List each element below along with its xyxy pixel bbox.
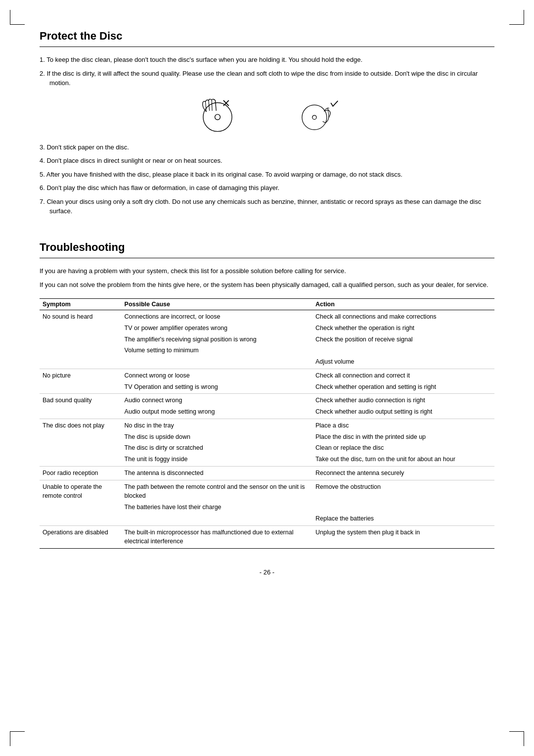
table-row: The disc does not playNo disc in the tra… [40, 419, 494, 431]
action-cell: Check all connection and correct it [312, 369, 494, 381]
protect-disc-divider [40, 47, 494, 47]
protect-item-1: 1. To keep the disc clean, please don't … [40, 55, 494, 65]
action-cell: Clean or replace the disc [312, 442, 494, 454]
symptom-cell: Unable to operate the remote control [40, 480, 122, 525]
cause-cell: Audio output mode setting wrong [122, 406, 312, 419]
cause-cell: TV Operation and setting is wrong [122, 381, 312, 394]
corner-mark-br [509, 731, 524, 746]
cause-cell: The path between the remote control and … [122, 480, 312, 502]
symptom-cell: Bad sound quality [40, 394, 122, 419]
action-cell [312, 502, 494, 513]
header-cause: Possible Cause [122, 299, 312, 310]
symptom-cell: The disc does not play [40, 419, 122, 466]
action-cell: Unplug the system then plug it back in [312, 525, 494, 549]
action-cell: Check all connections and make correctio… [312, 310, 494, 323]
svg-point-8 [312, 115, 316, 119]
corner-mark-tl [10, 10, 25, 25]
table-row: Poor radio receptionThe antenna is disco… [40, 466, 494, 480]
action-cell: Adjust volume [312, 356, 494, 369]
troubleshooting-title: Troubleshooting [40, 241, 494, 254]
disc-image-1 [193, 98, 242, 133]
troubleshooting-intro2: If you can not solve the problem from th… [40, 280, 494, 290]
troubleshooting-intro1: If you are having a problem with your sy… [40, 266, 494, 277]
page-container: Protect the Disc 1. To keep the disc cle… [0, 0, 534, 756]
cause-cell: Connect wrong or loose [122, 369, 312, 381]
table-row: Unable to operate the remote controlThe … [40, 480, 494, 502]
action-cell: Check whether the operation is right [312, 323, 494, 334]
action-cell: Reconnect the antenna securely [312, 466, 494, 480]
symptom-cell: Poor radio reception [40, 466, 122, 480]
cause-cell: TV or power amplifier operates wrong [122, 323, 312, 334]
action-cell: Remove the obstruction [312, 480, 494, 502]
troubleshooting-section: Troubleshooting If you are having a prob… [40, 241, 494, 549]
protect-disc-list-2: 3. Don't stick paper on the disc. 4. Don… [40, 142, 494, 216]
action-cell: Check whether audio output setting is ri… [312, 406, 494, 419]
protect-item-7: 7. Clean your discs using only a soft dr… [40, 197, 494, 216]
cause-cell: No disc in the tray [122, 419, 312, 431]
cause-cell: The antenna is disconnected [122, 466, 312, 480]
cause-cell: The batteries have lost their charge [122, 502, 312, 513]
symptom-cell: No picture [40, 369, 122, 394]
protect-item-2: 2. If the disc is dirty, it will affect … [40, 69, 494, 88]
action-cell: Place a disc [312, 419, 494, 431]
header-action: Action [312, 299, 494, 310]
cause-cell: The built-in microprocessor has malfunct… [122, 525, 312, 549]
cause-cell [122, 513, 312, 525]
protect-item-3: 3. Don't stick paper on the disc. [40, 142, 494, 152]
symptom-cell: Operations are disabled [40, 525, 122, 549]
cause-cell: The unit is foggy inside [122, 454, 312, 466]
protect-item-4: 4. Don't place discs in direct sunlight … [40, 156, 494, 166]
action-cell: Take out the disc, turn on the unit for … [312, 454, 494, 466]
table-row: No pictureConnect wrong or looseCheck al… [40, 369, 494, 381]
cause-cell: Audio connect wrong [122, 394, 312, 406]
disc-images-container [40, 98, 494, 133]
protect-disc-section: Protect the Disc 1. To keep the disc cle… [40, 30, 494, 216]
corner-mark-bl [10, 731, 25, 746]
action-cell: Place the disc in with the printed side … [312, 431, 494, 443]
protect-item-6: 6. Don't play the disc which has flaw or… [40, 183, 494, 193]
svg-line-4 [212, 100, 212, 111]
troubleshooting-divider [40, 258, 494, 258]
action-cell [312, 345, 494, 356]
svg-line-2 [205, 102, 206, 112]
disc-wrong-icon [193, 96, 242, 134]
cause-cell: Volume setting to minimum [122, 345, 312, 356]
svg-point-7 [302, 105, 327, 130]
page-number: - 26 - [40, 568, 494, 576]
corner-mark-tr [509, 10, 524, 25]
action-cell: Replace the batteries [312, 513, 494, 525]
cause-cell [122, 356, 312, 369]
cause-cell: The disc is dirty or scratched [122, 442, 312, 454]
symptom-cell: No sound is heard [40, 310, 122, 369]
disc-image-2 [292, 98, 341, 133]
table-header-row: Symptom Possible Cause Action [40, 299, 494, 310]
action-cell: Check the position of receive signal [312, 334, 494, 345]
troubleshooting-table: Symptom Possible Cause Action No sound i… [40, 298, 494, 549]
disc-correct-icon [292, 95, 341, 135]
cause-cell: The disc is upside down [122, 431, 312, 443]
table-row: Operations are disabledThe built-in micr… [40, 525, 494, 549]
cause-cell: The amplifier's receiving signal positio… [122, 334, 312, 345]
table-row: Bad sound qualityAudio connect wrongChec… [40, 394, 494, 406]
table-row: No sound is heardConnections are incorre… [40, 310, 494, 323]
svg-point-0 [203, 103, 232, 132]
cause-cell: Connections are incorrect, or loose [122, 310, 312, 323]
header-symptom: Symptom [40, 299, 122, 310]
protect-disc-list: 1. To keep the disc clean, please don't … [40, 55, 494, 88]
protect-disc-title: Protect the Disc [40, 30, 494, 43]
svg-point-1 [215, 114, 221, 120]
protect-item-5: 5. After you have finished with the disc… [40, 170, 494, 180]
action-cell: Check whether audio connection is right [312, 394, 494, 406]
action-cell: Check whether operation and setting is r… [312, 381, 494, 394]
